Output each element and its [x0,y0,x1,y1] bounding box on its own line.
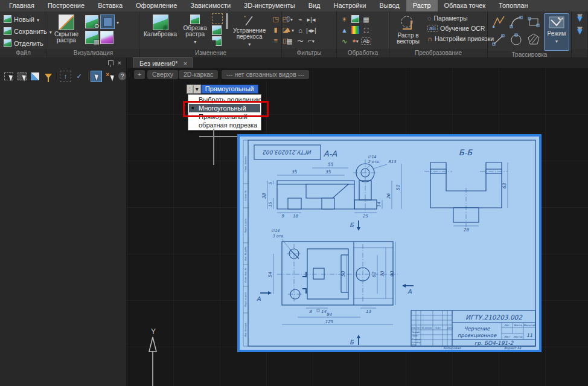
dim-label: 13 [366,309,371,314]
text-recognition-icon[interactable]: Ab [361,37,371,45]
deselect-icon[interactable]: × [105,71,115,82]
menu-tab[interactable]: Вставка [91,0,129,11]
sharpen-filter-icon[interactable]: ▲ [285,25,294,35]
binarize-icon[interactable]: ▦ [286,37,292,45]
conversion-params-button[interactable]: ◌Параметры [426,14,495,22]
insert-band-icon[interactable]: ▮ [274,25,278,34]
corner-part-icon[interactable] [212,36,222,46]
trace-circle-icon[interactable] [509,32,523,47]
blur-filter-icon[interactable]: ⬯ [286,14,293,24]
selection-filter-icon[interactable] [43,71,53,82]
despeckle-icon[interactable]: ⌁ [298,15,302,24]
titleblock-header: Дата [447,327,453,329]
deskew-button[interactable]: * Устранение перекоса [229,13,269,49]
viewport-style-button[interactable]: 2D-каркас [179,70,218,79]
margin-label: Справ. № [244,190,247,201]
crop-raster-button[interactable]: Обрезка растра [180,13,210,47]
crop-type-value[interactable]: Прямоугольный [201,85,258,94]
invert-selection-icon[interactable] [30,71,40,82]
save-raster-button[interactable]: Сохранить [2,25,53,37]
color-balance-icon[interactable]: ● [352,36,359,46]
dropdown-arrow-icon[interactable] [194,39,196,45]
dropdown-arrow-icon[interactable] [37,16,39,23]
viewport-view-button[interactable]: Сверху [147,70,178,79]
document-tab[interactable]: Без имени0* × [133,57,193,68]
panel-tracing: Режим Трассировка [488,11,572,57]
smooth-filter-icon[interactable]: ⌂ [298,26,302,34]
panel-file-label: Файл [0,49,46,57]
trace-arc-icon[interactable] [509,14,523,29]
menu-tab[interactable]: Облака точек [438,0,493,11]
merge-part-icon[interactable]: ◳ [272,14,278,23]
viewport-add-button[interactable]: + [134,70,145,79]
hide-raster-button[interactable]: Скрытие растра [50,13,83,45]
raster-image-selected[interactable]: Перв. примен. Справ. № Подп. и дата Инв.… [237,134,542,352]
align-bottom-icon[interactable]: ≡ [273,36,277,45]
curves-icon[interactable]: ∿ [342,37,347,45]
brightness-icon[interactable]: ☀ [342,15,348,24]
image-adjust-icon[interactable] [351,15,359,23]
menu-tab[interactable]: 3D-инструменты [237,0,302,11]
detach-raster-button[interactable]: Отделить [2,37,45,49]
menu-tab[interactable]: Топоплан [492,0,535,11]
selection-grid-icon[interactable]: ▦ [363,15,369,24]
select-all-raster-icon[interactable] [17,71,27,82]
raster-frame-toggle-button[interactable] [100,14,115,29]
select-area-icon[interactable] [212,13,223,24]
spread-edges-icon[interactable]: |◂▸| [306,26,316,34]
trace-mode-button[interactable]: Режим [544,13,569,51]
resize-raster-icon[interactable] [226,13,228,29]
dropdown-arrow-icon[interactable] [555,38,558,45]
menu-tab-raster-active[interactable]: Растр [406,0,438,11]
combo-arrow-icon[interactable]: ▾ [193,85,201,94]
import-down-icon[interactable]: ▼ [575,13,584,24]
menu-tab[interactable]: Вид [302,0,327,11]
raster-settings-button[interactable]: ⚙ [85,15,98,28]
titleblock-group: гр. БО4-191-2 [475,340,514,346]
menu-tab[interactable]: Главная [2,0,41,11]
menu-tab[interactable]: Оформление [129,0,184,11]
gradient-map-icon[interactable] [351,26,359,34]
merge-edges-icon[interactable]: ▸|◂ [307,15,316,24]
trace-line-icon[interactable] [491,32,506,47]
dim-label: 60 [371,271,377,278]
ocr-training-button[interactable]: aBОбучение OCR [426,24,495,33]
command-prompt-button[interactable]: : [187,85,193,94]
menu-tab[interactable]: Настройки [327,0,373,11]
help-icon[interactable]: ? [118,72,126,80]
move-selection-icon[interactable]: ↑ [60,71,71,82]
corner-filter-icon[interactable]: ⌐ [308,36,314,46]
dropdown-arrow-icon[interactable] [248,41,251,48]
tab-close-icon[interactable]: × [184,60,187,67]
panel-processing: ☀ ▦ ▲ ⛶ ∿ ● Ab Обработка [337,11,389,57]
raster-palette-button[interactable] [100,31,113,44]
drawing-canvas[interactable]: + Сверху 2D-каркас --- нет связанных вид… [127,68,588,386]
trace-rectangle-icon[interactable] [526,14,541,29]
menu-tab[interactable]: Зависимости [184,0,237,11]
svg-text:*: * [244,14,246,20]
raster-to-vector-button[interactable]: Растр в векторы [392,13,424,46]
trace-hatch-icon[interactable] [526,32,541,47]
viewport-links-button[interactable]: --- нет связанных видов --- [222,70,309,79]
thin-lines-icon[interactable]: 〜 [297,37,304,45]
crop-frame-icon[interactable]: ⛶ [364,26,369,34]
new-raster-button[interactable]: Новый [2,13,40,25]
menu-tab[interactable]: Построение [41,0,91,11]
trace-polyline-icon[interactable] [491,14,506,29]
export-down-icon[interactable]: ▼ [575,26,584,36]
select-rect-icon[interactable] [4,71,14,82]
menu-tab[interactable]: Вывод [372,0,406,11]
histogram-icon[interactable]: ▲ [341,26,348,34]
copy-part-icon[interactable] [212,25,222,35]
dropdown-arrow-icon[interactable] [117,18,119,25]
pin-icon[interactable] [108,60,113,65]
panel-conversion: Растр в векторы ◌Параметры aBОбучение OC… [389,11,488,57]
snap-settings-button[interactable]: ∩Настройки привязки [426,34,495,43]
close-icon[interactable]: × [118,60,121,66]
menu-item[interactable]: обратная подрезка [189,121,260,129]
calibration-button[interactable]: # Калибровка [142,13,178,39]
apply-selection-icon[interactable]: ✓ [74,71,85,82]
pointer-select-icon[interactable] [91,71,102,82]
raster-background-button[interactable]: ▦ [85,31,98,44]
dim-label: 14 [377,202,382,207]
